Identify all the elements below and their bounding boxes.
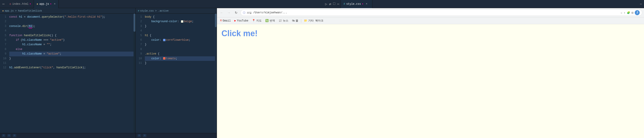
code-lines-right: body { background-color: beige; } h1 { c… <box>144 14 217 133</box>
layout-icon[interactable]: □ <box>333 2 335 6</box>
reload-button[interactable]: ↻ <box>233 10 239 16</box>
click-me-heading[interactable]: Click me! <box>222 29 258 38</box>
news-icon: 📰 <box>278 19 282 22</box>
sidebar-toggle-icon[interactable]: ⊡ <box>632 11 634 15</box>
css-line: background-color: beige; <box>145 19 217 24</box>
right-status-bar: M M <box>136 133 217 138</box>
tab-label-html: index.html <box>12 3 28 6</box>
extension-icon[interactable]: 🧩 <box>627 11 630 15</box>
code-line: h1.className = ""; <box>9 42 135 47</box>
bookmark-shopping[interactable]: 🛍 몰 <box>291 18 299 23</box>
maps-icon: 📍 <box>252 19 255 22</box>
code-line: h1.className = "active"; <box>9 52 135 56</box>
browser-content: Click me! <box>217 24 644 138</box>
tab-style-css[interactable]: # style.css ● × <box>341 0 372 8</box>
css-line: } <box>145 61 217 65</box>
security-icon: ⓘ <box>243 11 246 15</box>
tab-app-js[interactable]: ◈ app.js ● × <box>34 0 58 8</box>
translate-icon: 🈯 <box>265 19 269 22</box>
code-line: else <box>9 47 135 52</box>
css-line: } <box>145 42 217 47</box>
shopping-icon: 🛍 <box>292 19 295 22</box>
browser-panel: ← → ↻ ⓘ 파일 /Users/kimjaehwan/... ☆ ⇧ 🧩 ⊡… <box>217 8 644 138</box>
tab-modified-js: ● <box>50 3 51 5</box>
bookmark-divider <box>301 19 301 23</box>
forward-button[interactable]: → <box>226 10 232 16</box>
tab-label-css: style.css <box>346 3 361 6</box>
status-badge-m5: M <box>143 134 146 137</box>
breadcrumb-text-left: app.js > handleTitleClick <box>5 10 42 12</box>
line-numbers-left: 12345 678910 1112 <box>0 14 8 133</box>
gmail-icon: M <box>220 19 222 22</box>
code-line: function handleTitleClick() { <box>9 33 135 38</box>
code-line <box>9 29 135 33</box>
editor-actions: ▷ ⇄ □ ⋯ <box>324 2 341 6</box>
editor-tab-bar: ⋯ ◇ index.html ● ◈ app.js ● × ▷ ⇄ □ ⋯ # … <box>0 0 644 8</box>
bookmarks-bar: M Gmail ▶ YouTube 📍 지도 🈯 번역 📰 뉴스 <box>217 18 644 24</box>
code-line: h1.addEventListener("click", handleTitle… <box>9 65 135 70</box>
code-line: console.dir(h1); <box>9 24 135 29</box>
bookmark-maps[interactable]: 📍 지도 <box>251 18 262 23</box>
address-text: /Users/kimjaehwan/... <box>253 11 619 14</box>
tab-modified-css: ● <box>362 3 363 5</box>
scroll-indicator-right[interactable] <box>215 14 217 133</box>
send-icon[interactable]: ⇧ <box>624 11 625 15</box>
bookmark-news-label: 뉴스 <box>283 19 288 23</box>
address-actions: ☆ ⇧ 🧩 ⊡ J <box>620 10 640 15</box>
more-icon[interactable]: ⋯ <box>337 2 340 6</box>
breadcrumb-icon-css: # <box>138 10 140 12</box>
bookmark-translate-label: 번역 <box>270 19 275 23</box>
code-area-right[interactable]: 12345 678910 11 body { background-color:… <box>136 14 217 133</box>
code-line <box>9 61 135 65</box>
code-lines-left: const h1 = document.querySelector(".hell… <box>8 14 135 133</box>
account-icon[interactable]: J <box>635 10 640 15</box>
split-icon[interactable]: ⇄ <box>329 2 331 6</box>
code-line: const h1 = document.querySelector(".hell… <box>9 15 135 19</box>
editor-style-css: # style.css > .active 12345 678910 11 bo… <box>136 8 217 138</box>
tab-modified-html: ● <box>30 3 31 5</box>
code-area-left[interactable]: 12345 678910 1112 const h1 = document.qu… <box>0 14 135 133</box>
youtube-icon: ▶ <box>234 19 236 22</box>
css-line: color: cornflowerblue; <box>145 38 217 42</box>
bookmark-others-label: 기타 북마크 <box>308 19 323 23</box>
tab-bar-more[interactable]: ⋯ <box>0 2 7 6</box>
bookmark-youtube[interactable]: ▶ YouTube <box>234 19 249 23</box>
back-button[interactable]: ← <box>219 10 224 16</box>
bookmark-translate[interactable]: 🈯 번역 <box>264 18 276 23</box>
css-line <box>145 29 217 33</box>
code-line: } <box>9 56 135 61</box>
tab-icon-css: # <box>344 3 345 6</box>
code-line <box>9 19 135 24</box>
scroll-thumb-left[interactable] <box>134 14 135 32</box>
editor-app-js: ◈ app.js > handleTitleClick 12345 678910… <box>0 8 136 138</box>
breadcrumb-text-right: style.css > .active <box>140 10 168 12</box>
star-icon[interactable]: ☆ <box>620 11 622 15</box>
breadcrumb-icon-js: ◈ <box>2 9 4 12</box>
bookmark-youtube-label: YouTube <box>237 19 248 22</box>
tab-close-js[interactable]: × <box>54 3 56 6</box>
run-icon[interactable]: ▷ <box>325 2 328 6</box>
bookmark-gmail[interactable]: M Gmail <box>219 19 232 23</box>
bookmark-shopping-label: 몰 <box>296 19 298 23</box>
folder-icon: 📁 <box>304 19 307 22</box>
tab-index-html[interactable]: ◇ index.html ● <box>7 0 34 8</box>
css-line: body { <box>145 15 217 19</box>
left-status-bar: M M M <box>0 133 135 138</box>
tab-close-css[interactable]: × <box>366 3 368 6</box>
bookmark-others[interactable]: 📁 기타 북마크 <box>303 18 324 23</box>
bookmark-news[interactable]: 📰 뉴스 <box>278 18 289 23</box>
scroll-indicator-left[interactable] <box>134 14 135 133</box>
css-line: .active { <box>145 52 217 56</box>
tab-icon-js: ◈ <box>36 2 38 6</box>
tab-icon-html: ◇ <box>10 2 11 6</box>
css-line: h1 { <box>145 33 217 38</box>
css-panel-more[interactable]: ⋯ <box>638 2 644 6</box>
browser-toolbar: ← → ↻ ⓘ 파일 /Users/kimjaehwan/... ☆ ⇧ 🧩 ⊡… <box>217 8 644 18</box>
status-badge-m2: M <box>7 134 11 137</box>
status-badge-m4: M <box>138 134 141 137</box>
status-badge-m3: M <box>13 134 16 137</box>
status-badge-m1: M <box>2 134 6 137</box>
address-bar[interactable]: ⓘ 파일 /Users/kimjaehwan/... ☆ ⇧ 🧩 ⊡ J <box>240 10 642 16</box>
scroll-thumb-right[interactable] <box>215 14 217 27</box>
css-line: } <box>145 24 217 29</box>
